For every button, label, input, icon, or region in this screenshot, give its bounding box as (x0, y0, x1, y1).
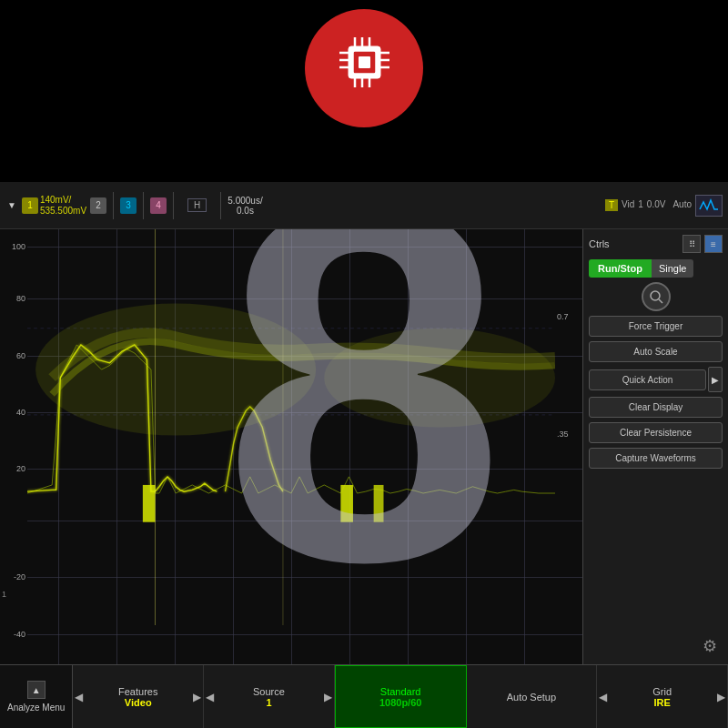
ch1-number: 1 (22, 197, 38, 214)
y-label-right-0.35: .35 (557, 430, 569, 439)
trigger-type: Vid (622, 199, 634, 211)
trigger-mode: Auto (672, 199, 692, 211)
sep3 (173, 192, 174, 219)
y-label-100: 100 (12, 242, 25, 251)
single-button[interactable]: Single (652, 259, 694, 278)
y-label-neg40: -40 (14, 630, 25, 639)
auto-setup-nav-item[interactable]: Auto Setup (467, 665, 598, 728)
waveform-area: 100 80 60 40 20 -20 -40 0.7 .35 (0, 229, 582, 664)
panel-grid-icon[interactable]: ⠿ (682, 235, 701, 253)
time-info[interactable]: 5.000us/ 0.0s (228, 196, 262, 216)
svg-rect-17 (143, 485, 156, 522)
panel-title: Ctrls (589, 238, 610, 249)
top-toolbar: ▼ 1 140mV/ 535.500mV 2 3 4 H 5.000us/ 0.… (0, 182, 728, 229)
standard-label: Standard (380, 686, 421, 697)
standard-sub: 1080p/60 (379, 697, 421, 708)
svg-rect-14 (359, 56, 370, 68)
analyze-menu-label: Analyze Menu (7, 703, 65, 713)
run-stop-row: Run/Stop Single (589, 259, 723, 278)
auto-scale-button[interactable]: Auto Scale (589, 341, 723, 362)
ch1-volt: 140mV/ 535.500mV (40, 195, 86, 217)
sep4 (220, 192, 221, 219)
source-sub: 1 (266, 697, 271, 708)
analyze-menu-tab[interactable]: ▲ Analyze Menu (0, 665, 73, 728)
features-right-arrow[interactable]: ▶ (193, 691, 201, 703)
y-axis-labels: 100 80 60 40 20 -20 -40 (0, 229, 27, 664)
force-trigger-button[interactable]: Force Trigger (589, 316, 723, 337)
panel-icons: ⠿ ≡ (682, 235, 723, 253)
gear-button[interactable]: ⚙ (697, 633, 723, 659)
trigger-src: 1 (638, 199, 643, 211)
source-nav-item[interactable]: ◀ Source 1 ▶ (204, 665, 335, 728)
y-label-60: 60 (16, 351, 25, 360)
t-label: T (605, 199, 618, 211)
quick-action-arrow[interactable]: ▶ (708, 367, 723, 392)
features-label: Features (118, 686, 157, 697)
right-panel: Ctrls ⠿ ≡ Run/Stop Single Force Trigger … (582, 229, 728, 664)
h-label: H (187, 198, 207, 212)
sep2 (143, 192, 144, 219)
svg-rect-19 (374, 485, 384, 522)
panel-list-icon[interactable]: ≡ (704, 235, 723, 253)
bottom-nav: ▲ Analyze Menu ◀ Features Video ▶ ◀ Sour… (0, 664, 728, 728)
features-sub: Video (125, 697, 152, 708)
chip-icon (335, 33, 394, 105)
svg-line-25 (659, 299, 662, 303)
features-left-arrow[interactable]: ◀ (75, 691, 83, 703)
ch1-badge[interactable]: 1 140mV/ 535.500mV (22, 195, 86, 217)
waveform-svg (27, 229, 555, 625)
y-axis-right-labels: 0.7 .35 (555, 229, 582, 664)
source-left-arrow[interactable]: ◀ (206, 691, 214, 703)
corner-label: 1 (2, 590, 6, 599)
standard-nav-item[interactable]: Standard 1080p/60 (335, 665, 467, 728)
features-nav-item[interactable]: ◀ Features Video ▶ (73, 665, 204, 728)
search-button[interactable] (642, 282, 671, 311)
quick-action-button[interactable]: Quick Action (589, 369, 706, 390)
quick-action-row: Quick Action ▶ (589, 367, 723, 392)
ch2-badge[interactable]: 2 (90, 197, 106, 214)
grid-sub: IRE (653, 697, 670, 708)
y-label-20: 20 (16, 464, 25, 473)
panel-header: Ctrls ⠿ ≡ (589, 235, 723, 253)
grid-nav-item[interactable]: ◀ Grid IRE ▶ (597, 665, 728, 728)
grid-right-arrow[interactable]: ▶ (717, 691, 725, 703)
auto-setup-label: Auto Setup (507, 692, 556, 703)
grid-label: Grid (652, 686, 672, 697)
up-arrow-button[interactable]: ▲ (27, 681, 46, 699)
clear-display-button[interactable]: Clear Display (589, 397, 723, 418)
dropdown-arrow[interactable]: ▼ (5, 198, 18, 212)
app-icon (305, 9, 423, 127)
svg-point-24 (651, 291, 660, 300)
y-label-right-0.7: 0.7 (557, 312, 569, 321)
trigger-level: 0.0V (647, 199, 666, 211)
clear-persistence-button[interactable]: Clear Persistence (589, 422, 723, 443)
trigger-info[interactable]: T Vid 1 0.0V Auto (605, 199, 692, 211)
source-right-arrow[interactable]: ▶ (324, 691, 332, 703)
capture-waveforms-button[interactable]: Capture Waveforms (589, 448, 723, 469)
sep1 (113, 192, 114, 219)
source-label: Source (253, 686, 285, 697)
svg-rect-18 (340, 485, 353, 522)
y-label-40: 40 (16, 408, 25, 417)
y-label-neg20: -20 (14, 572, 25, 581)
y-label-80: 80 (16, 294, 25, 303)
ch4-badge[interactable]: 4 (150, 197, 167, 214)
scope-icon[interactable] (695, 195, 723, 217)
run-stop-button[interactable]: Run/Stop (589, 259, 652, 278)
ch3-badge[interactable]: 3 (120, 197, 136, 214)
grid-left-arrow[interactable]: ◀ (599, 691, 607, 703)
